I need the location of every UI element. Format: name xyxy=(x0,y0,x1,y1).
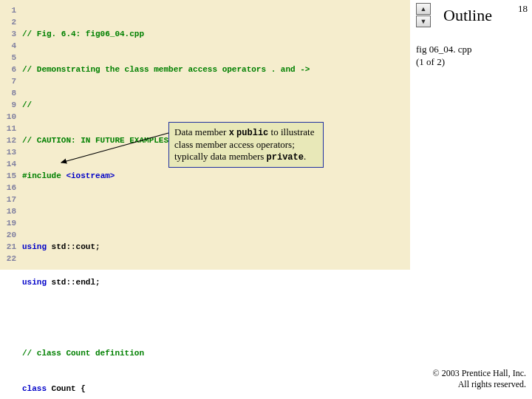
callout-mono: x xyxy=(229,128,234,138)
line-number: 4 xyxy=(0,40,19,52)
line-number: 13 xyxy=(0,146,19,158)
copyright-line: © 2003 Prentice Hall, Inc. xyxy=(433,368,526,379)
code-comment: // xyxy=(22,100,32,109)
callout-text: Data member xyxy=(174,126,229,137)
callout-mono: public xyxy=(236,128,268,138)
line-number: 3 xyxy=(0,28,19,40)
line-number: 1 xyxy=(0,4,19,16)
code-keyword: using xyxy=(22,278,52,287)
line-number: 22 xyxy=(0,253,19,265)
line-number: 11 xyxy=(0,123,19,134)
nav-down-button[interactable]: ▼ xyxy=(416,16,431,27)
code-text: Count { xyxy=(52,384,86,393)
outline-title: Outline xyxy=(443,6,492,25)
line-number: 18 xyxy=(0,205,19,217)
code-keyword: using xyxy=(22,242,52,251)
line-number-gutter: 1 2 3 4 5 6 7 8 9 10 11 12 13 14 15 16 1… xyxy=(0,4,19,265)
nav-buttons: ▲ ▼ xyxy=(416,3,431,28)
line-number: 21 xyxy=(0,241,19,253)
code-listing: // Fig. 6.4: fig06_04.cpp // Demonstrati… xyxy=(22,4,310,399)
line-number: 7 xyxy=(0,75,19,87)
code-include-file: <iostream> xyxy=(66,171,115,180)
line-number: 17 xyxy=(0,194,19,205)
line-number: 10 xyxy=(0,111,19,123)
line-number: 20 xyxy=(0,229,19,241)
file-label-line: (1 of 2) xyxy=(416,55,471,68)
line-number: 19 xyxy=(0,217,19,229)
callout-mono: private xyxy=(267,152,304,163)
code-comment: // Demonstrating the class member access… xyxy=(22,65,310,74)
sidebar: ▲ ▼ Outline 18 fig 06_04. cpp (1 of 2) ©… xyxy=(410,0,532,399)
nav-up-button[interactable]: ▲ xyxy=(416,3,431,15)
line-number: 14 xyxy=(0,158,19,170)
file-label-line: fig 06_04. cpp xyxy=(416,43,471,55)
annotation-callout: Data member x public to illustrate class… xyxy=(168,122,324,168)
code-preproc: #include xyxy=(22,171,66,180)
code-comment: // class Count definition xyxy=(22,349,144,358)
line-number: 9 xyxy=(0,99,19,111)
copyright-line: All rights reserved. xyxy=(433,379,526,390)
code-keyword: class xyxy=(22,384,52,393)
code-text: std::endl; xyxy=(52,278,100,287)
code-text: std::cout; xyxy=(52,242,100,251)
line-number: 15 xyxy=(0,170,19,182)
line-number: 5 xyxy=(0,52,19,64)
line-number: 8 xyxy=(0,87,19,99)
line-number: 6 xyxy=(0,64,19,75)
file-label: fig 06_04. cpp (1 of 2) xyxy=(416,43,471,68)
code-comment: // Fig. 6.4: fig06_04.cpp xyxy=(22,30,144,38)
line-number: 2 xyxy=(0,16,19,28)
line-number: 16 xyxy=(0,182,19,194)
callout-text: . xyxy=(304,151,306,162)
slide-number: 18 xyxy=(518,3,528,15)
copyright: © 2003 Prentice Hall, Inc. All rights re… xyxy=(433,368,526,390)
line-number: 12 xyxy=(0,134,19,146)
